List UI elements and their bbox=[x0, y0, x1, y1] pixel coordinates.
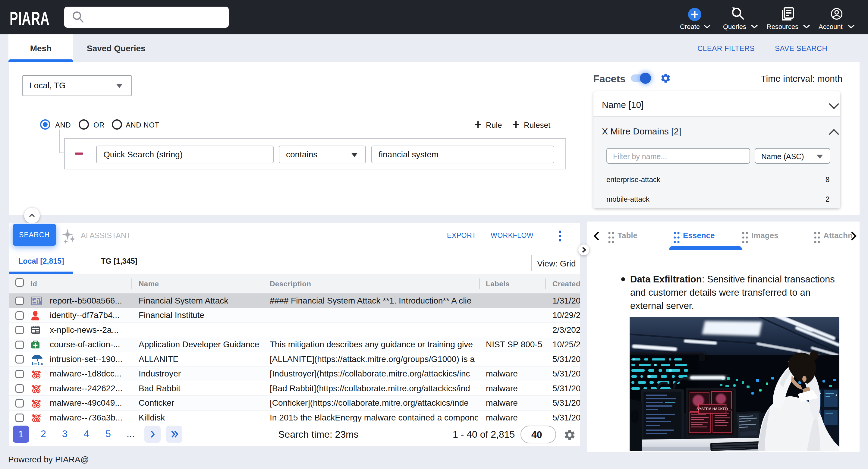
svg-text:SYSTEM HACKED: SYSTEM HACKED bbox=[696, 407, 728, 411]
